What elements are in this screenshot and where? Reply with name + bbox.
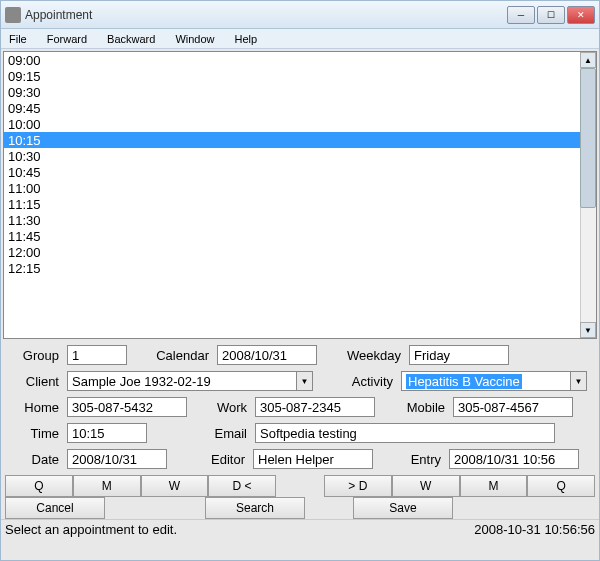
menu-forward[interactable]: Forward <box>43 31 91 47</box>
time-slot[interactable]: 10:15 <box>4 132 596 148</box>
scrollbar-thumb[interactable] <box>580 68 596 208</box>
status-message: Select an appointment to edit. <box>5 522 474 537</box>
form-row-2: Client Sample Joe 1932-02-19 ▼ Activity … <box>7 371 593 391</box>
time-slot-list[interactable]: 09:0009:1509:3009:4510:0010:1510:3010:45… <box>3 51 597 339</box>
entry-label: Entry <box>377 452 445 467</box>
mobile-label: Mobile <box>379 400 449 415</box>
app-window: Appointment ─ ☐ ✕ File Forward Backward … <box>0 0 600 561</box>
weekday-input[interactable] <box>409 345 509 365</box>
form-row-4: Time Email <box>7 423 593 443</box>
day-forward-button[interactable]: > D <box>324 475 392 497</box>
time-slot[interactable]: 09:00 <box>4 52 596 68</box>
time-slot[interactable]: 11:00 <box>4 180 596 196</box>
group-label: Group <box>7 348 63 363</box>
time-slot[interactable]: 12:00 <box>4 244 596 260</box>
search-button[interactable]: Search <box>205 497 305 519</box>
scroll-up-button[interactable]: ▲ <box>580 52 596 68</box>
date-input[interactable] <box>67 449 167 469</box>
maximize-button[interactable]: ☐ <box>537 6 565 24</box>
quarter-back-button[interactable]: Q <box>5 475 73 497</box>
editor-label: Editor <box>171 452 249 467</box>
time-slot[interactable]: 09:45 <box>4 100 596 116</box>
home-input[interactable] <box>67 397 187 417</box>
activity-combo[interactable]: Hepatitis B Vaccine ▼ <box>401 371 587 391</box>
work-input[interactable] <box>255 397 375 417</box>
content-area: 09:0009:1509:3009:4510:0010:1510:3010:45… <box>1 49 599 560</box>
weekday-label: Weekday <box>321 348 405 363</box>
time-slot[interactable]: 11:15 <box>4 196 596 212</box>
menubar: File Forward Backward Window Help <box>1 29 599 49</box>
action-button-row: Cancel Search Save <box>5 497 595 519</box>
window-title: Appointment <box>25 8 507 22</box>
activity-value: Hepatitis B Vaccine <box>406 374 522 389</box>
group-input[interactable] <box>67 345 127 365</box>
time-input[interactable] <box>67 423 147 443</box>
date-label: Date <box>7 452 63 467</box>
nav-gap <box>276 475 324 497</box>
minimize-button[interactable]: ─ <box>507 6 535 24</box>
editor-input[interactable] <box>253 449 373 469</box>
time-slot[interactable]: 10:45 <box>4 164 596 180</box>
email-input[interactable] <box>255 423 555 443</box>
form-row-3: Home Work Mobile <box>7 397 593 417</box>
form-area: Group Calendar Weekday Client Sample Joe… <box>1 341 599 473</box>
client-combo[interactable]: Sample Joe 1932-02-19 ▼ <box>67 371 313 391</box>
menu-backward[interactable]: Backward <box>103 31 159 47</box>
form-row-1: Group Calendar Weekday <box>7 345 593 365</box>
time-slot[interactable]: 11:45 <box>4 228 596 244</box>
titlebar: Appointment ─ ☐ ✕ <box>1 1 599 29</box>
mobile-input[interactable] <box>453 397 573 417</box>
chevron-down-icon[interactable]: ▼ <box>570 372 586 390</box>
scrollbar[interactable]: ▲ ▼ <box>580 52 596 338</box>
app-icon <box>5 7 21 23</box>
week-forward-button[interactable]: W <box>392 475 460 497</box>
menu-file[interactable]: File <box>5 31 31 47</box>
statusbar: Select an appointment to edit. 2008-10-3… <box>1 519 599 539</box>
nav-button-row: Q M W D < > D W M Q <box>5 475 595 497</box>
chevron-down-icon[interactable]: ▼ <box>296 372 312 390</box>
home-label: Home <box>7 400 63 415</box>
client-value: Sample Joe 1932-02-19 <box>72 374 211 389</box>
form-row-5: Date Editor Entry <box>7 449 593 469</box>
time-slot[interactable]: 12:15 <box>4 260 596 276</box>
month-back-button[interactable]: M <box>73 475 141 497</box>
month-forward-button[interactable]: M <box>460 475 528 497</box>
calendar-input[interactable] <box>217 345 317 365</box>
week-back-button[interactable]: W <box>141 475 209 497</box>
save-button[interactable]: Save <box>353 497 453 519</box>
time-slot[interactable]: 10:00 <box>4 116 596 132</box>
menu-window[interactable]: Window <box>171 31 218 47</box>
time-slot[interactable]: 11:30 <box>4 212 596 228</box>
status-timestamp: 2008-10-31 10:56:56 <box>474 522 595 537</box>
menu-help[interactable]: Help <box>231 31 262 47</box>
email-label: Email <box>151 426 251 441</box>
time-slot[interactable]: 09:15 <box>4 68 596 84</box>
action-gap-2 <box>305 497 353 519</box>
activity-label: Activity <box>317 374 397 389</box>
time-label: Time <box>7 426 63 441</box>
calendar-label: Calendar <box>131 348 213 363</box>
entry-input[interactable] <box>449 449 579 469</box>
window-controls: ─ ☐ ✕ <box>507 6 595 24</box>
cancel-button[interactable]: Cancel <box>5 497 105 519</box>
client-label: Client <box>7 374 63 389</box>
close-button[interactable]: ✕ <box>567 6 595 24</box>
day-back-button[interactable]: D < <box>208 475 276 497</box>
action-gap-1 <box>105 497 205 519</box>
time-slot[interactable]: 09:30 <box>4 84 596 100</box>
time-slot[interactable]: 10:30 <box>4 148 596 164</box>
scroll-down-button[interactable]: ▼ <box>580 322 596 338</box>
work-label: Work <box>191 400 251 415</box>
quarter-forward-button[interactable]: Q <box>527 475 595 497</box>
